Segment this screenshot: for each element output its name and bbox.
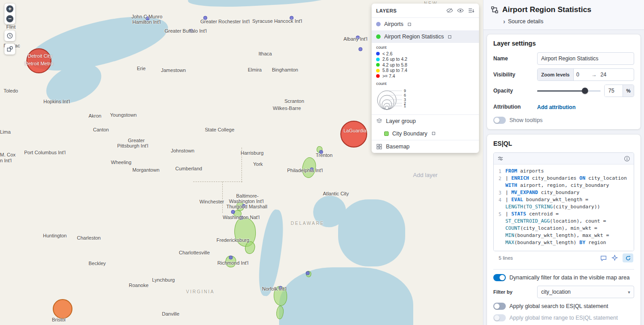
opacity-label: Opacity [493, 88, 537, 94]
zoom-out-button[interactable]: − [6, 15, 13, 22]
opacity-input[interactable] [605, 85, 623, 97]
map-label: Wilkes-Barre [273, 106, 301, 111]
airport-marker[interactable] [231, 210, 235, 214]
global-time-switch[interactable] [493, 314, 506, 321]
map-label: Canton [93, 127, 109, 132]
add-layer-button[interactable]: Add layer [372, 172, 479, 178]
global-time-toggle-row: Apply global time range to ES|QL stateme… [493, 314, 634, 321]
zoom-levels-prepend: Zoom levels [538, 69, 574, 80]
plus-icon: + [6, 5, 13, 13]
opacity-slider[interactable] [537, 87, 601, 94]
dynamic-filter-toggle-row: Dynamically filter for data in the visib… [493, 274, 634, 281]
layer-settings-card: Layer settings Name Visibility Zoom leve… [487, 34, 640, 129]
add-attribution-link[interactable]: Add attribution [537, 104, 576, 110]
name-label: Name [493, 55, 537, 62]
count-circle-marker[interactable] [340, 121, 367, 148]
draw-tools-button[interactable] [6, 46, 13, 53]
esql-card: ES|QL 1FROM airports2| ENRICH city_bound… [487, 135, 640, 325]
airports-layer-icon [376, 22, 381, 26]
esql-editor[interactable]: 1FROM airports2| ENRICH city_boundaries … [493, 152, 634, 251]
timeslider-control [4, 30, 15, 41]
map-label: Jamestown [161, 68, 186, 73]
maps-app: FlintPontiacDetroit CityDetroit MetroTol… [0, 0, 644, 325]
source-details-label: Source details [508, 18, 543, 25]
map-label: John C Munro [131, 14, 162, 19]
zoom-in-button[interactable]: + [6, 5, 13, 13]
map-label: Charlottesville [179, 250, 210, 255]
airport-marker[interactable] [229, 256, 233, 260]
layer-fit-icon[interactable] [432, 132, 435, 135]
size-legend: 96321 [376, 87, 430, 110]
zoom-max-input[interactable] [598, 69, 619, 80]
layer-fit-icon[interactable] [448, 35, 451, 38]
chevron-right-icon: › [503, 18, 505, 25]
show-tooltips-switch[interactable] [493, 117, 506, 124]
layer-row-city-boundary[interactable]: City Boundary [372, 127, 479, 140]
global-search-toggle-row: Apply global search to ES|QL statement [493, 303, 634, 310]
zoom-min-input[interactable] [574, 69, 591, 80]
legend-color-dot [376, 52, 380, 55]
legend-color-dot [376, 69, 380, 72]
global-time-label: Apply global time range to ES|QL stateme… [509, 315, 618, 321]
map-label: Wheeling [111, 160, 131, 165]
layer-row-basemap[interactable]: Basemap [372, 140, 479, 153]
airport-marker[interactable] [359, 47, 363, 51]
feedback-icon[interactable] [611, 255, 618, 262]
legend-class-label: 2.6 up to 4.2 [382, 57, 407, 62]
layer-name-input[interactable] [537, 52, 634, 65]
layer-group-row[interactable]: Layer group [372, 115, 479, 127]
svg-text:6: 6 [404, 93, 406, 97]
legend-classes: < 2.62.6 up to 4.24.2 up to 5.85.8 up to… [376, 51, 475, 79]
hide-all-layers-icon[interactable] [446, 7, 453, 14]
map-label: Hopkins Int'l [43, 99, 70, 104]
map-label: Bristol [52, 317, 66, 322]
airport-marker[interactable] [306, 271, 310, 275]
legend-class-label: 4.2 up to 5.8 [382, 63, 407, 68]
code-line: 5| STATS centroid = ST_CENTROID_AGG(loca… [495, 211, 631, 246]
legend-color-dot [376, 74, 380, 78]
layer-fit-icon[interactable] [408, 23, 411, 26]
source-details-toggle[interactable]: › Source details [503, 18, 637, 25]
map-label: M. Cox [0, 152, 16, 157]
line-count: 5 lines [494, 255, 513, 261]
count-circle-marker[interactable] [53, 299, 72, 319]
filter-by-select[interactable]: city_location ▾ [537, 286, 634, 298]
minus-icon: − [6, 15, 13, 22]
map-label: Danville [162, 311, 179, 317]
opacity-slider-thumb[interactable] [582, 88, 588, 94]
lake-shape [187, 0, 340, 9]
show-all-layers-icon[interactable] [457, 7, 464, 14]
legend-count-label: count [376, 45, 475, 50]
layer-group-icon [376, 118, 382, 124]
editor-settings-icon[interactable] [497, 156, 504, 162]
show-tooltips-label: Show tooltips [509, 117, 542, 123]
global-search-switch[interactable] [493, 303, 506, 310]
code-line: 4| EVAL boundary_wkt_length = LENGTH(TO_… [495, 196, 631, 211]
map-label: Greater Rochester Int'l [200, 19, 250, 24]
code-line: 1FROM airports [495, 168, 631, 175]
map-canvas[interactable]: FlintPontiacDetroit CityDetroit MetroTol… [0, 0, 483, 325]
boundary-line [193, 181, 242, 182]
info-icon[interactable] [624, 156, 630, 162]
esql-code[interactable]: 1FROM airports2| ENRICH city_boundaries … [494, 165, 634, 251]
map-label: Albany Int'l [343, 36, 367, 42]
map-label: Greater [128, 138, 144, 143]
svg-text:1: 1 [404, 104, 406, 108]
boundary-line [222, 181, 223, 213]
dynamic-filter-switch[interactable] [493, 274, 506, 281]
bay-shape [255, 208, 287, 297]
map-label: Detroit Metro [25, 61, 53, 66]
inspector-header: Airport Region Statistics › Source detai… [483, 0, 644, 30]
map-label: Fredericksburg [216, 237, 249, 243]
legend-color-dot [376, 63, 380, 67]
legend-class-row: 5.8 up to 7.4 [376, 68, 475, 74]
legend-count-label: count [376, 81, 475, 86]
legend-class-row: 2.6 up to 4.2 [376, 57, 475, 63]
layer-row-airport-region-statistics[interactable]: Airport Region Statistics [372, 30, 479, 43]
comment-icon[interactable] [600, 255, 607, 262]
layer-row-airports[interactable]: Airports [372, 18, 479, 30]
show-tooltips-toggle-row: Show tooltips [493, 117, 634, 124]
run-query-button[interactable] [623, 253, 633, 262]
reorder-layers-icon[interactable] [468, 7, 475, 14]
timeslider-button[interactable] [6, 32, 13, 39]
